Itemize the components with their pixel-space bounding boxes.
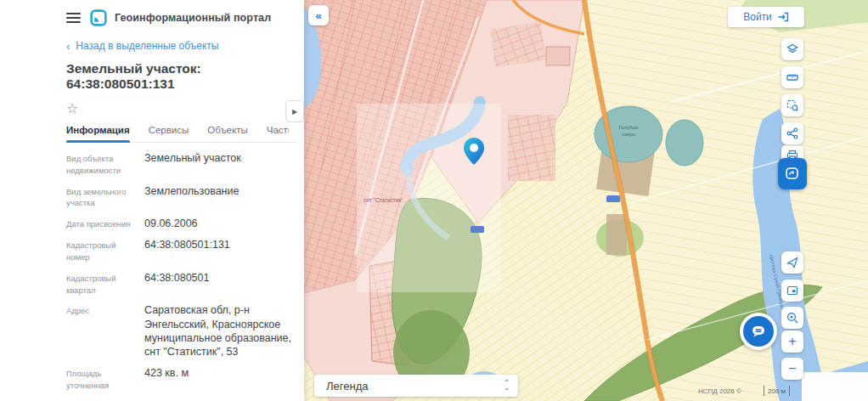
chat-fab-button[interactable] [740,313,777,350]
minus-icon: − [788,362,796,376]
layers-button[interactable] [781,38,803,60]
legend-bar[interactable]: Легенда ⌃⌄ [314,375,518,397]
field-value: Земельный участок [144,151,297,177]
details-list: Вид объекта недвижимости Земельный участ… [66,151,297,401]
detail-row: Адрес Саратовская обл, р-н Энгельсский, … [66,303,297,359]
locate-icon [786,257,798,268]
area-select-icon [786,99,798,111]
collapse-panel-button[interactable]: « [308,5,329,25]
ruler-icon [786,71,798,83]
minimap-icon [786,285,798,297]
share-button[interactable] [781,122,803,144]
favorite-star-icon[interactable]: ☆ [66,102,82,116]
page-title: Земельный участок: 64:38:080501:131 [66,61,297,92]
map-attribution: НСПД 2026 © [698,387,741,395]
detail-row: Кадастровый квартал 64:38:080501 [66,271,297,297]
field-label: Кадастровый номер [66,238,141,263]
menu-icon[interactable] [66,13,81,23]
detail-row: Вид земельного участка Землепользование [66,184,297,210]
map-pin[interactable] [464,138,484,165]
lake-label-2: озеро [622,132,636,137]
scale-bar: 200 м [764,386,790,396]
login-label: Войти [743,11,772,23]
field-label: Вид объекта недвижимости [66,151,141,177]
detail-row: Кадастровый номер 64:38:080501:131 [66,238,297,263]
zoom-out-button[interactable]: − [781,358,803,380]
minimap-button[interactable] [781,280,803,302]
back-link-label: Назад в выделенные объекты [76,40,218,52]
tab-scroll-right-button[interactable]: ▶ [285,100,304,122]
chevron-left-icon: ‹ [66,41,70,52]
plus-icon: + [788,335,796,348]
tab[interactable]: Информация [66,125,130,143]
chat-bubble-icon [750,323,767,340]
locate-button[interactable] [781,251,803,274]
measure-button[interactable] [781,66,803,88]
field-label: Дата присвоения [66,217,141,230]
share-icon [786,127,798,139]
tab[interactable]: Объекты [207,125,247,143]
field-value: 64:38:080501 [144,271,297,297]
field-label: Адрес [66,303,141,359]
tab-label: Части ЗУ [267,125,289,135]
tab-bar: Информация Сервисы Объекты Части ЗУ Сост… [66,125,289,143]
field-value: 09.06.2006 [144,217,297,230]
lake-label: Голубое [619,125,639,130]
field-label: Кадастровый квартал [66,271,141,297]
field-label: Вид земельного участка [66,184,141,210]
chevron-up-down-icon: ⌃⌄ [504,381,510,392]
coordinate-search-icon [786,312,798,324]
field-value: 423 кв. м [144,366,297,392]
back-link[interactable]: ‹ Назад в выделенные объекты [66,40,297,52]
coordinate-search-button[interactable] [781,307,803,329]
area-select-button[interactable] [781,94,803,116]
zoom-in-button[interactable]: + [781,330,803,353]
map-canvas[interactable]: Голубое озеро снт "Статистик" протока Су… [304,0,868,401]
field-value: 64:38:080501:131 [144,238,297,263]
app-logo-icon [90,9,107,26]
field-value: Саратовская обл, р-н Энгельсский, Красно… [144,303,297,359]
login-button[interactable]: Войти [728,7,804,27]
legend-label: Легенда [326,380,504,393]
layers-icon [786,43,798,55]
login-icon [777,11,789,23]
app-title: Геоинформационный портал [115,12,271,24]
detail-row: Вид объекта недвижимости Земельный участ… [66,151,297,177]
feedback-badge-button[interactable] [778,158,807,189]
field-label: Площадь уточненная [66,366,141,392]
field-value: Землепользование [144,184,297,210]
detail-row: Площадь уточненная 423 кв. м [66,366,297,392]
tab-label: Информация [66,125,130,135]
tab[interactable]: Сервисы [149,125,189,143]
tab[interactable]: Части ЗУ [267,125,289,143]
tab-label: Объекты [207,125,247,135]
info-panel: Геоинформационный портал ‹ Назад в выдел… [0,0,304,401]
feedback-badge-icon [785,167,800,182]
panel-header: Геоинформационный портал [66,8,297,27]
corner-plate [802,372,868,401]
snt-label: снт "Статистик" [364,197,403,203]
detail-row: Дата присвоения 09.06.2006 [66,217,297,230]
tab-label: Сервисы [149,125,189,135]
